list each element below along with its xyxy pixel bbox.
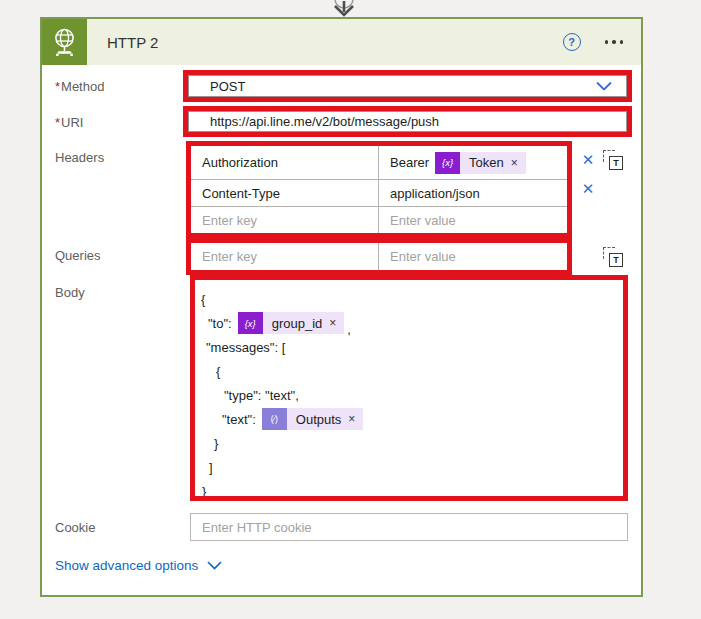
method-annotation-box: POST: [183, 70, 632, 102]
uri-annotation-box: https://api.line.me/v2/bot/message/push: [183, 106, 632, 137]
body-editor[interactable]: { "to": {x} group_id × , "messages": [ {…: [195, 280, 623, 496]
remove-token-icon[interactable]: ×: [329, 316, 344, 330]
http-connector-icon: [42, 19, 87, 65]
query-value-empty[interactable]: [379, 243, 567, 270]
http-action-card: HTTP 2 ? *Method POST *U: [40, 17, 643, 597]
header-value-content-type[interactable]: application/json: [379, 180, 567, 207]
header-key-authorization[interactable]: Authorization: [191, 146, 379, 180]
header-key-content-type[interactable]: Content-Type: [191, 180, 379, 207]
body-to-line: "to": {x} group_id × ,: [195, 311, 623, 335]
cookie-label: Cookie: [55, 520, 95, 535]
remove-token-icon[interactable]: ×: [348, 412, 363, 426]
chevron-down-icon: [207, 561, 222, 570]
action-card-header[interactable]: HTTP 2 ?: [42, 19, 641, 65]
action-title: HTTP 2: [107, 34, 158, 51]
header-key-empty[interactable]: [191, 207, 379, 233]
expression-icon: (∕): [262, 408, 287, 430]
body-text-line: "text": (∕) Outputs ×: [195, 407, 623, 431]
dynamic-content-icon: {x}: [435, 152, 460, 174]
headers-text-mode-icon[interactable]: T: [603, 150, 623, 170]
query-key-input[interactable]: [202, 249, 378, 264]
uri-label: *URI: [55, 115, 83, 130]
query-value-input[interactable]: [390, 249, 567, 264]
insert-step-arrow-icon[interactable]: [330, 0, 358, 17]
help-icon[interactable]: ?: [563, 33, 581, 51]
headers-annotation-box: Authorization Bearer {x} Token × Content…: [186, 141, 572, 238]
header-value-authorization[interactable]: Bearer {x} Token ×: [379, 146, 567, 180]
chevron-down-icon: [596, 82, 612, 91]
headers-grid: Authorization Bearer {x} Token × Content…: [191, 146, 567, 233]
method-dropdown[interactable]: POST: [188, 75, 627, 97]
body-label: Body: [55, 285, 85, 300]
show-advanced-options-link[interactable]: Show advanced options: [55, 558, 222, 573]
queries-text-mode-icon[interactable]: T: [603, 247, 623, 267]
delete-header-row2-icon[interactable]: ✕: [579, 180, 597, 198]
cookie-input[interactable]: [190, 513, 628, 541]
dynamic-content-token-pill[interactable]: {x} Token ×: [435, 152, 526, 174]
queries-annotation-box: [186, 238, 572, 275]
remove-token-icon[interactable]: ×: [511, 156, 526, 170]
uri-input[interactable]: https://api.line.me/v2/bot/message/push: [188, 111, 627, 132]
body-annotation-box: { "to": {x} group_id × , "messages": [ {…: [190, 275, 628, 501]
outputs-expression-pill[interactable]: (∕) Outputs ×: [262, 408, 364, 430]
query-key-empty[interactable]: [191, 243, 379, 270]
method-label: *Method: [55, 79, 104, 94]
group-id-token-pill[interactable]: {x} group_id ×: [238, 312, 345, 334]
ellipsis-menu-icon[interactable]: [603, 36, 626, 48]
flow-designer-canvas: HTTP 2 ? *Method POST *U: [0, 0, 701, 619]
header-value-empty[interactable]: [379, 207, 567, 233]
delete-header-row1-icon[interactable]: ✕: [579, 151, 597, 169]
header-key-input[interactable]: [202, 213, 378, 228]
queries-label: Queries: [55, 248, 101, 263]
queries-grid: [191, 243, 567, 270]
dynamic-content-icon: {x}: [238, 312, 263, 334]
header-value-input[interactable]: [390, 213, 567, 228]
headers-label: Headers: [55, 150, 104, 165]
